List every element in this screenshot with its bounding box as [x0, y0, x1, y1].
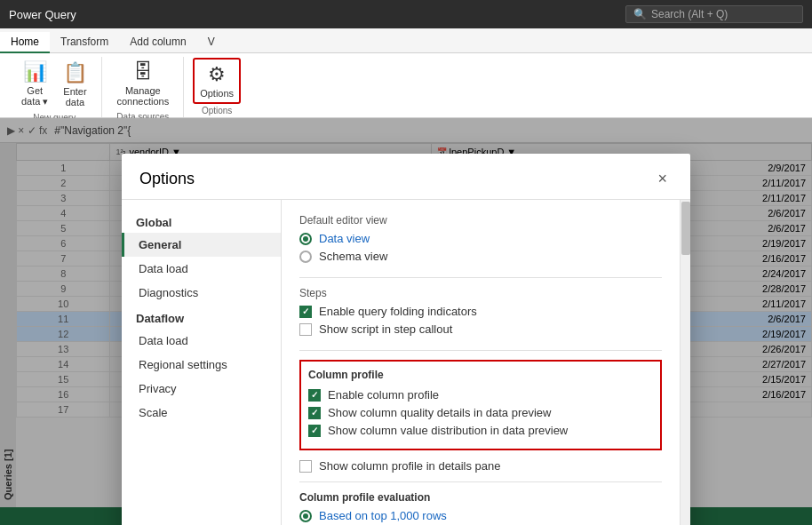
title-bar: Power Query 🔍 Search (Alt + Q)	[0, 0, 812, 28]
nav-privacy[interactable]: Privacy	[122, 377, 281, 401]
modal-scrollbar[interactable]	[680, 200, 690, 525]
checkbox-column-distribution-label: Show column value distribution in data p…	[328, 424, 568, 437]
ribbon: Home Transform Add column V 📊 Getdata ▾ …	[0, 28, 812, 118]
checkbox-show-script-label: Show script in step callout	[319, 322, 452, 336]
checkbox-column-distribution-box[interactable]	[308, 425, 321, 437]
checkbox-query-folding-label: Enable query folding indicators	[319, 305, 477, 318]
manage-connections-label: Manageconnections	[116, 85, 169, 107]
search-bar[interactable]: 🔍 Search (Alt + Q)	[625, 5, 803, 23]
checkbox-column-profile-details: Show column profile in details pane	[299, 459, 662, 473]
checkbox-query-folding-box[interactable]	[299, 306, 312, 318]
tab-home[interactable]: Home	[0, 32, 50, 53]
modal-close-button[interactable]: ×	[652, 168, 673, 190]
modal-content-area: Default editor view Data view Schema vie…	[282, 200, 680, 525]
nav-scale[interactable]: Scale	[122, 401, 281, 425]
get-data-icon: 📊	[23, 60, 47, 84]
ribbon-group-options: ⚙ Options Options	[184, 57, 250, 117]
checkbox-enable-column-profile-label: Enable column profile	[328, 388, 439, 402]
column-profile-title: Column profile	[308, 369, 653, 381]
global-heading: Global	[122, 209, 281, 233]
checkbox-column-quality-box[interactable]	[308, 407, 321, 419]
nav-regional-settings[interactable]: Regional settings	[122, 353, 281, 377]
dataflow-heading: Dataflow	[122, 305, 281, 329]
modal-sidebar: Global General Data load Diagnostics Dat…	[122, 200, 282, 525]
tab-view[interactable]: V	[197, 32, 226, 53]
ribbon-buttons-data-sources: 🗄 Manageconnections	[111, 57, 174, 110]
app-body: ▶ × ✓ fx #"Navigation 2"{ Queries [1]	[0, 118, 812, 525]
ribbon-group-data-sources: 🗄 Manageconnections Data sources	[102, 57, 184, 117]
radio-top-1000-btn[interactable]	[299, 510, 312, 522]
radio-data-view-btn[interactable]	[299, 233, 312, 245]
ribbon-group-new-query: 📊 Getdata ▾ 📋 Enterdata New query	[7, 57, 102, 117]
divider-1	[299, 277, 662, 278]
enter-data-button[interactable]: 📋 Enterdata	[57, 58, 92, 111]
search-placeholder: Search (Alt + Q)	[651, 8, 728, 20]
divider-2	[299, 350, 662, 351]
default-editor-view-group: Default editor view Data view Schema vie…	[299, 214, 662, 263]
column-profile-eval-group: Column profile evaluation Based on top 1…	[299, 491, 662, 525]
checkbox-query-folding: Enable query folding indicators	[299, 305, 662, 318]
options-button[interactable]: ⚙ Options	[193, 58, 241, 104]
options-modal: Options × Global General Data load Diagn…	[122, 154, 690, 525]
radio-top-1000: Based on top 1,000 rows	[299, 509, 662, 522]
options-label: Options	[200, 88, 234, 99]
nav-diagnostics[interactable]: Diagnostics	[122, 281, 281, 305]
radio-schema-view: Schema view	[299, 250, 662, 263]
enter-data-icon: 📋	[63, 61, 87, 84]
modal-title: Options	[139, 170, 195, 188]
radio-top-1000-label: Based on top 1,000 rows	[319, 509, 447, 522]
divider-3	[299, 481, 662, 482]
search-icon: 🔍	[633, 8, 647, 20]
options-icon: ⚙	[208, 63, 226, 86]
radio-data-view: Data view	[299, 232, 662, 245]
scrollbar-thumb[interactable]	[681, 202, 690, 255]
checkbox-column-profile-details-box[interactable]	[299, 460, 312, 473]
checkbox-column-quality: Show column quality details in data prev…	[308, 406, 653, 419]
tab-transform[interactable]: Transform	[50, 32, 119, 53]
radio-schema-view-btn[interactable]	[299, 251, 312, 263]
checkbox-enable-column-profile: Enable column profile	[308, 388, 653, 402]
manage-connections-button[interactable]: 🗄 Manageconnections	[111, 57, 174, 110]
ribbon-content: 📊 Getdata ▾ 📋 Enterdata New query 🗄 Mana…	[0, 53, 812, 117]
enter-data-label: Enterdata	[63, 86, 86, 107]
steps-title: Steps	[299, 287, 662, 299]
nav-data-load[interactable]: Data load	[122, 257, 281, 281]
app-title: Power Query	[9, 8, 76, 21]
column-profile-eval-title: Column profile evaluation	[299, 491, 662, 504]
app-window: Power Query 🔍 Search (Alt + Q) Home Tran…	[0, 0, 812, 525]
default-editor-view-title: Default editor view	[299, 214, 662, 227]
manage-connections-icon: 🗄	[133, 60, 153, 84]
checkbox-column-distribution: Show column value distribution in data p…	[308, 424, 653, 437]
ribbon-buttons-new-query: 📊 Getdata ▾ 📋 Enterdata	[16, 57, 92, 111]
checkbox-column-quality-label: Show column quality details in data prev…	[328, 406, 551, 419]
steps-group: Steps Enable query folding indicators Sh…	[299, 287, 662, 336]
get-data-button[interactable]: 📊 Getdata ▾	[16, 57, 53, 111]
nav-general[interactable]: General	[122, 233, 281, 257]
nav-dataflow-data-load[interactable]: Data load	[122, 329, 281, 353]
checkbox-show-script: Show script in step callout	[299, 322, 662, 336]
tab-add-column[interactable]: Add column	[119, 32, 196, 53]
radio-schema-view-label: Schema view	[319, 250, 387, 263]
modal-overlay: Options × Global General Data load Diagn…	[0, 118, 812, 525]
modal-header: Options ×	[122, 154, 690, 200]
ribbon-buttons-options: ⚙ Options	[193, 57, 241, 104]
options-group-label: Options	[193, 104, 241, 117]
checkbox-enable-column-profile-box[interactable]	[308, 389, 321, 402]
ribbon-tabs: Home Transform Add column V	[0, 28, 812, 53]
checkbox-column-profile-details-label: Show column profile in details pane	[319, 459, 501, 473]
checkbox-show-script-box[interactable]	[299, 323, 312, 336]
radio-data-view-label: Data view	[319, 232, 370, 245]
modal-body: Global General Data load Diagnostics Dat…	[122, 200, 690, 525]
column-profile-box: Column profile Enable column profile Sho…	[299, 360, 662, 450]
get-data-label: Getdata ▾	[21, 85, 48, 107]
